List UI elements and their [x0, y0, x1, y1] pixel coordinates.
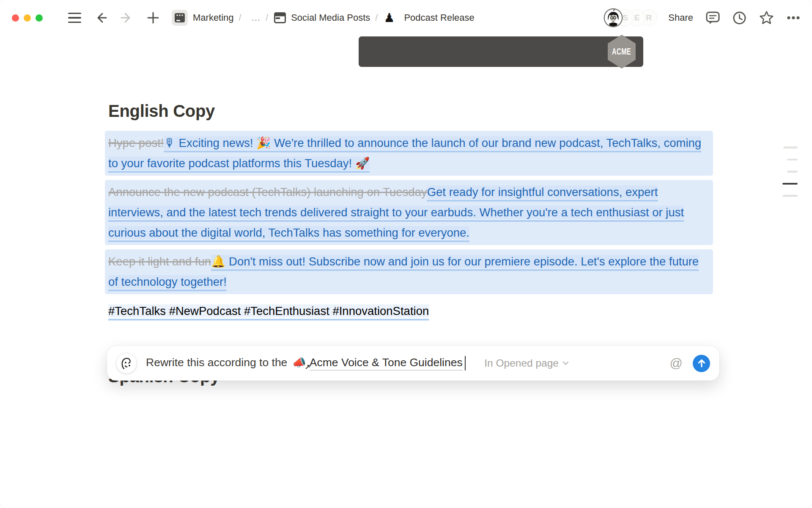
paragraph-block[interactable]: Hype post!🎙 Exciting news! 🎉 We're thril… — [105, 131, 713, 176]
page-outline-indicator — [782, 146, 798, 197]
scope-label: In Opened page — [484, 357, 559, 369]
outline-item[interactable] — [782, 195, 798, 197]
breadcrumb-separator: / — [375, 12, 378, 23]
link-arrow-icon: ↗ — [304, 363, 310, 371]
board-icon — [274, 12, 286, 23]
breadcrumb-collapsed-items[interactable]: ... — [252, 12, 261, 23]
forward-button[interactable] — [120, 11, 134, 25]
breadcrumb-separator: / — [239, 12, 241, 23]
suggested-text: 🎙 Exciting news! 🎉 We're thrilled to ann… — [108, 136, 701, 170]
acme-logo-badge: ACME — [608, 35, 636, 69]
page-mention-acme-guidelines[interactable]: Acme Voice & Tone Guidelines — [310, 356, 463, 370]
megaphone-icon: 📣 ↗ — [292, 356, 306, 369]
deleted-text: Keep it light and fun — [108, 255, 211, 268]
notion-ai-face-icon — [116, 353, 137, 373]
sidebar-toggle-icon[interactable] — [68, 13, 81, 23]
outline-item-active[interactable] — [782, 183, 798, 185]
page-content: English Copy Hype post!🎙 Exciting news! … — [108, 102, 710, 321]
comments-button[interactable] — [706, 11, 720, 25]
presence-avatar-stack: S E R — [605, 9, 657, 26]
outline-item[interactable] — [787, 171, 798, 173]
ellipsis-icon — [787, 16, 800, 20]
prompt-text: Rewrite this according to the — [146, 356, 287, 369]
pawn-page-icon: ♟ — [384, 12, 395, 24]
share-button[interactable]: Share — [668, 12, 693, 23]
toolbar-icons — [706, 11, 800, 25]
scope-selector[interactable]: In Opened page — [484, 357, 569, 369]
hashtags-block[interactable]: #TechTalks #NewPodcast #TechEnthusiast #… — [105, 301, 713, 321]
updates-button[interactable] — [732, 11, 746, 25]
arrow-left-icon — [94, 11, 107, 25]
close-window-button[interactable] — [12, 14, 19, 22]
outline-item[interactable] — [783, 146, 798, 149]
avatar[interactable] — [605, 9, 622, 26]
mention-button[interactable]: @ — [670, 357, 683, 370]
comment-icon — [706, 11, 720, 25]
app-window: Marketing / ... / Social Media Posts / ♟… — [0, 0, 812, 508]
toolbar-right: S E R Share — [605, 9, 800, 26]
arrow-up-icon — [697, 359, 706, 368]
breadcrumb-item-social-media-posts[interactable]: Social Media Posts — [291, 12, 370, 23]
deleted-text: Hype post! — [108, 136, 164, 149]
new-tab-button[interactable] — [146, 11, 160, 25]
favorite-button[interactable] — [759, 11, 774, 25]
arrow-right-icon — [120, 11, 134, 25]
breadcrumb-item-podcast-release[interactable]: Podcast Release — [404, 12, 474, 23]
star-icon — [759, 11, 774, 25]
window-controls — [12, 14, 43, 22]
toolbar: Marketing / ... / Social Media Posts / ♟… — [0, 0, 812, 36]
send-button[interactable] — [693, 355, 710, 372]
chevron-down-icon — [562, 361, 569, 365]
breadcrumb-separator: / — [266, 12, 268, 23]
outline-item[interactable] — [787, 159, 798, 161]
marketing-teamspace-icon — [175, 13, 185, 22]
hashtags-text: #TechTalks #NewPodcast #TechEnthusiast #… — [108, 304, 429, 318]
paragraph-block[interactable]: Announce the new podcast (TechTalks) lau… — [105, 180, 713, 245]
zoom-window-button[interactable] — [36, 14, 43, 22]
deleted-text: Announce the new podcast (TechTalks) lau… — [108, 185, 427, 199]
user-portrait-icon — [605, 9, 622, 26]
breadcrumb-item-marketing[interactable]: Marketing — [193, 12, 234, 23]
minimize-window-button[interactable] — [24, 14, 31, 22]
clock-icon — [732, 11, 746, 25]
acme-logo-text: ACME — [612, 47, 631, 57]
ai-prompt-bar[interactable]: Rewrite this according to the 📣 ↗ Acme V… — [107, 346, 719, 381]
ai-prompt-input[interactable]: Rewrite this according to the 📣 ↗ Acme V… — [146, 356, 466, 370]
text-cursor — [465, 356, 466, 370]
heading-english-copy[interactable]: English Copy — [108, 102, 710, 121]
plus-icon — [146, 11, 160, 25]
teamspace-icon[interactable] — [172, 10, 188, 26]
back-button[interactable] — [94, 11, 107, 25]
page-cover-image: ACME — [359, 36, 643, 67]
breadcrumb: Marketing / ... / Social Media Posts / ♟… — [160, 10, 475, 26]
paragraph-block[interactable]: Keep it light and fun🔔 Don't miss out! S… — [105, 249, 713, 294]
more-options-button[interactable] — [787, 16, 800, 20]
ai-bar-actions: @ — [670, 355, 710, 372]
